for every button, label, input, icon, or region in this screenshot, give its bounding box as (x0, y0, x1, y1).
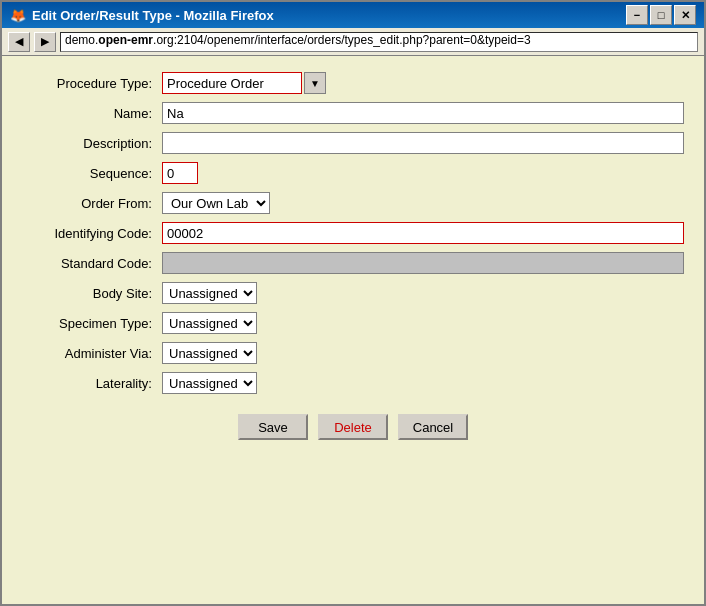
standard-code-input[interactable] (162, 252, 684, 274)
specimen-type-row: Specimen Type: Unassigned (22, 312, 684, 334)
procedure-type-field: ▼ (162, 72, 684, 94)
buttons-row: Save Delete Cancel (22, 414, 684, 440)
procedure-type-label: Procedure Type: (22, 76, 162, 91)
standard-code-label: Standard Code: (22, 256, 162, 271)
address-input[interactable]: demo.open-emr.org:2104/openemr/interface… (60, 32, 698, 52)
sequence-input[interactable] (162, 162, 198, 184)
description-field (162, 132, 684, 154)
identifying-code-input[interactable] (162, 222, 684, 244)
window-title: Edit Order/Result Type - Mozilla Firefox (32, 8, 274, 23)
order-from-label: Order From: (22, 196, 162, 211)
sequence-field (162, 162, 684, 184)
url-rest: .org:2104/openemr/interface/orders/types… (153, 33, 531, 47)
name-input[interactable] (162, 102, 684, 124)
order-from-row: Order From: Our Own Lab (22, 192, 684, 214)
body-site-select[interactable]: Unassigned (162, 282, 257, 304)
name-label: Name: (22, 106, 162, 121)
maximize-button[interactable]: □ (650, 5, 672, 25)
standard-code-field (162, 252, 684, 274)
specimen-type-label: Specimen Type: (22, 316, 162, 331)
url-prefix: demo. (65, 33, 98, 47)
laterality-field: Unassigned (162, 372, 684, 394)
order-from-select[interactable]: Our Own Lab (162, 192, 270, 214)
administer-via-label: Administer Via: (22, 346, 162, 361)
window-controls: − □ ✕ (626, 5, 696, 25)
close-button[interactable]: ✕ (674, 5, 696, 25)
edit-form: Procedure Type: ▼ Name: Description: (22, 72, 684, 394)
laterality-row: Laterality: Unassigned (22, 372, 684, 394)
firefox-icon: 🦊 (10, 8, 26, 23)
body-site-field: Unassigned (162, 282, 684, 304)
delete-button[interactable]: Delete (318, 414, 388, 440)
procedure-type-row: Procedure Type: ▼ (22, 72, 684, 94)
sequence-row: Sequence: (22, 162, 684, 184)
administer-via-field: Unassigned (162, 342, 684, 364)
description-label: Description: (22, 136, 162, 151)
specimen-type-field: Unassigned (162, 312, 684, 334)
url-domain: open-emr (98, 33, 153, 47)
laterality-label: Laterality: (22, 376, 162, 391)
description-row: Description: (22, 132, 684, 154)
content-area: Procedure Type: ▼ Name: Description: (2, 56, 704, 604)
laterality-select[interactable]: Unassigned (162, 372, 257, 394)
identifying-code-row: Identifying Code: (22, 222, 684, 244)
cancel-button[interactable]: Cancel (398, 414, 468, 440)
administer-via-row: Administer Via: Unassigned (22, 342, 684, 364)
administer-via-select[interactable]: Unassigned (162, 342, 257, 364)
forward-button[interactable]: ▶ (34, 32, 56, 52)
order-from-field: Our Own Lab (162, 192, 684, 214)
procedure-type-dropdown-arrow[interactable]: ▼ (304, 72, 326, 94)
standard-code-row: Standard Code: (22, 252, 684, 274)
identifying-code-field (162, 222, 684, 244)
procedure-type-input[interactable] (162, 72, 302, 94)
minimize-button[interactable]: − (626, 5, 648, 25)
name-field (162, 102, 684, 124)
back-button[interactable]: ◀ (8, 32, 30, 52)
specimen-type-select[interactable]: Unassigned (162, 312, 257, 334)
address-bar: ◀ ▶ demo.open-emr.org:2104/openemr/inter… (2, 28, 704, 56)
body-site-row: Body Site: Unassigned (22, 282, 684, 304)
title-bar: 🦊 Edit Order/Result Type - Mozilla Firef… (2, 2, 704, 28)
identifying-code-label: Identifying Code: (22, 226, 162, 241)
name-row: Name: (22, 102, 684, 124)
browser-window: 🦊 Edit Order/Result Type - Mozilla Firef… (0, 0, 706, 606)
sequence-label: Sequence: (22, 166, 162, 181)
save-button[interactable]: Save (238, 414, 308, 440)
description-input[interactable] (162, 132, 684, 154)
body-site-label: Body Site: (22, 286, 162, 301)
